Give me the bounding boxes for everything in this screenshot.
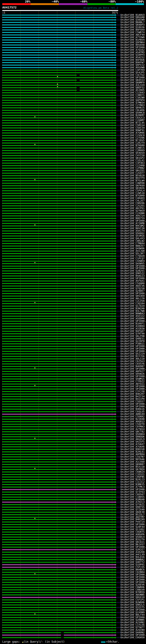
alignment-bar	[2, 80, 115, 81]
arrowhead-icon	[115, 94, 117, 96]
connector-line	[117, 35, 121, 35]
arrowhead-icon	[115, 478, 117, 480]
alignment-bar	[2, 263, 115, 264]
connector-line	[117, 166, 121, 166]
arrowhead-icon	[115, 57, 117, 58]
arrowhead-icon	[115, 616, 117, 618]
alignment-bar	[2, 173, 115, 174]
arrowhead-icon	[115, 624, 117, 626]
alignment-bar	[2, 620, 115, 620]
connector-line	[117, 331, 121, 332]
bar-gap-segment	[77, 75, 80, 76]
arrowhead-icon	[115, 363, 117, 365]
arrowhead-icon	[115, 39, 117, 41]
arrowhead-icon	[115, 521, 117, 523]
arrowhead-icon	[115, 599, 117, 601]
arrowhead-icon	[115, 32, 117, 33]
arrowhead-icon	[115, 230, 117, 232]
arrowhead-icon	[115, 308, 117, 310]
arrowhead-icon	[115, 571, 117, 573]
alignment-bar	[2, 230, 115, 232]
arrowhead-icon	[115, 228, 117, 229]
alignment-bar	[2, 95, 115, 96]
arrowhead-icon	[115, 559, 117, 560]
arrowhead-icon	[115, 240, 117, 242]
arrowhead-icon	[115, 411, 117, 412]
arrowhead-icon	[115, 564, 117, 566]
arrowhead-icon	[115, 150, 117, 152]
connector-line	[117, 416, 121, 417]
arrowhead-icon	[115, 499, 117, 500]
arrowhead-icon	[115, 285, 117, 287]
query-gap-marker-icon	[34, 262, 36, 263]
connector-line	[117, 537, 121, 537]
alignment-bar	[2, 280, 115, 282]
arrowhead-icon	[115, 529, 117, 530]
connector-line	[117, 30, 121, 30]
alignment-bar	[2, 497, 115, 498]
arrowhead-icon	[115, 531, 117, 533]
arrowhead-icon	[115, 24, 117, 26]
alignment-bar	[2, 534, 115, 535]
arrowhead-icon	[115, 132, 117, 134]
arrowhead-icon	[115, 127, 117, 129]
arrowhead-icon	[115, 609, 117, 611]
arrowhead-icon	[115, 494, 117, 496]
alignment-bar	[2, 128, 115, 128]
alignment-bar	[2, 290, 115, 292]
arrowhead-icon	[115, 238, 117, 240]
alignment-bar	[2, 502, 115, 502]
arrowhead-icon	[115, 208, 117, 209]
alignment-bar	[2, 492, 115, 492]
connector-line	[117, 155, 121, 156]
alignment-bar	[2, 617, 115, 618]
arrowhead-icon	[115, 511, 117, 513]
arrowhead-icon	[115, 160, 117, 162]
arrowhead-icon	[115, 622, 117, 624]
connector-line	[117, 432, 121, 432]
alignment-bar	[2, 394, 115, 394]
arrowhead-icon	[115, 413, 117, 415]
alignment-bar	[2, 152, 115, 154]
connector-line	[117, 100, 121, 100]
alignment-bar	[2, 614, 115, 616]
connector-line	[117, 15, 121, 15]
alignment-bar	[2, 286, 115, 286]
arrowhead-icon	[115, 250, 117, 252]
alignment-bar	[2, 135, 115, 136]
connector-line	[117, 55, 121, 55]
alignment-bar	[2, 564, 115, 565]
gaps-legend-suffix: (in Query)/- (in Subject)	[23, 640, 65, 643]
query-gap-marker-icon	[57, 76, 58, 77]
arrowhead-icon	[115, 100, 117, 101]
hit-accession-label[interactable]: UniRef100_C0GH50	[121, 636, 145, 639]
alignment-bar	[2, 462, 115, 462]
arrowhead-icon	[115, 137, 117, 139]
alignment-bar	[2, 236, 115, 236]
arrowhead-icon	[115, 549, 117, 550]
alignment-bar	[2, 351, 115, 352]
scale-label-100: ~100%	[135, 0, 144, 3]
alignment-bar	[2, 316, 115, 317]
connector-line	[117, 386, 121, 387]
alignment-bar	[2, 57, 115, 58]
arrowhead-icon	[115, 255, 117, 257]
arrowhead-icon	[115, 448, 117, 450]
connector-line	[117, 160, 121, 161]
arrowhead-icon	[115, 423, 117, 425]
alignment-bar	[2, 112, 115, 113]
alignment-bar	[2, 67, 115, 68]
arrowhead-icon	[115, 461, 117, 463]
arrowhead-icon	[115, 431, 117, 433]
arrowhead-icon	[115, 348, 117, 350]
arrowhead-icon	[115, 524, 117, 526]
arrowhead-icon	[115, 333, 117, 335]
alignment-bar	[2, 624, 115, 626]
alignment-bar	[2, 195, 115, 196]
alignment-bar	[2, 374, 115, 374]
arrowhead-icon	[115, 323, 117, 325]
arrowhead-icon	[115, 471, 117, 473]
connector-line	[117, 140, 121, 141]
arrowhead-icon	[115, 275, 117, 277]
arrowhead-icon	[115, 282, 117, 284]
